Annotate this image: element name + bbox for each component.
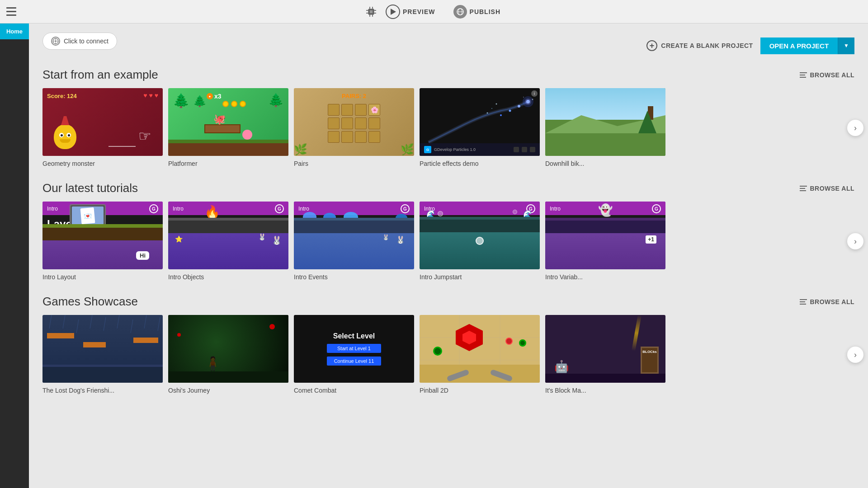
showcase-browse-all-button[interactable]: BROWSE ALL bbox=[800, 298, 854, 305]
card-intro-events[interactable]: Intro G Events 🐰 🐰 bbox=[294, 202, 414, 281]
plat-badge: ● x3 bbox=[207, 93, 222, 100]
card-thumb-oshi: 🧍 bbox=[168, 315, 288, 383]
card-label-particles: Particle effects demo bbox=[420, 160, 478, 167]
examples-section: Start from an example BROWSE ALL Score: … bbox=[42, 68, 854, 168]
card-geometry-monster[interactable]: Score: 124 ♥ ♥ ♥ bbox=[42, 88, 163, 168]
svg-line-31 bbox=[63, 315, 65, 328]
open-project-dropdown-button[interactable]: ▼ bbox=[838, 38, 854, 54]
objects-header: Intro G bbox=[168, 202, 288, 215]
showcase-browse-label: BROWSE ALL bbox=[810, 298, 854, 305]
card-platformer[interactable]: 🌲 🌲 🌲 ● x3 bbox=[168, 88, 288, 168]
plat-tree3: 🌲 bbox=[268, 93, 284, 108]
jumpstart-ground bbox=[420, 220, 540, 232]
preview-button[interactable]: PREVIEW bbox=[382, 3, 439, 21]
card-thumb-pinball bbox=[420, 315, 540, 383]
examples-browse-all-button[interactable]: BROWSE ALL bbox=[800, 71, 854, 79]
dog-ground bbox=[42, 367, 163, 383]
connect-label: Click to connect bbox=[64, 38, 108, 45]
card-intro-layout[interactable]: Intro G Layout 💌 bbox=[42, 202, 163, 281]
events-ground bbox=[294, 221, 414, 233]
pairs-grid: 🌸 bbox=[328, 104, 380, 143]
comet-btn2[interactable]: Continue Level 11 bbox=[327, 357, 381, 366]
svg-line-35 bbox=[117, 315, 119, 328]
top-actions: Click to connect + CREATE A BLANK PROJEC… bbox=[42, 33, 854, 59]
examples-header: Start from an example BROWSE ALL bbox=[42, 68, 854, 82]
card-intro-variables[interactable]: Intro G Variab... +1 👻 bbox=[545, 202, 665, 281]
card-lost-dog[interactable]: The Lost Dog's Frienshi... bbox=[42, 315, 163, 394]
objects-ground2 bbox=[168, 218, 288, 221]
svg-point-24 bbox=[491, 108, 492, 109]
geom-score: Score: 124 bbox=[47, 93, 77, 99]
pairs-score-label: PAIRS: 2 bbox=[342, 93, 366, 99]
card-label-pinball: Pinball 2D bbox=[420, 387, 448, 394]
card-label-blocks: It's Block Ma... bbox=[545, 387, 586, 394]
card-thumb-dog bbox=[42, 315, 163, 383]
geom-cursor: ☞ bbox=[138, 127, 151, 145]
svg-point-20 bbox=[518, 105, 520, 108]
tutorials-browse-all-button[interactable]: BROWSE ALL bbox=[800, 185, 854, 192]
tutorials-next-arrow[interactable]: › bbox=[847, 233, 863, 249]
variables-intro-label: Intro bbox=[550, 206, 561, 212]
play-triangle-icon bbox=[391, 9, 396, 15]
card-downhill[interactable]: Downhill bik... bbox=[545, 88, 665, 168]
sidebar-item-home[interactable]: Home bbox=[0, 23, 29, 39]
geom-monster bbox=[54, 124, 76, 149]
card-intro-jumpstart[interactable]: Intro G Jumpstart bbox=[420, 202, 540, 281]
plat-block bbox=[204, 124, 241, 133]
card-particles[interactable]: G GDevelop Particles 1.0 i Pa bbox=[420, 88, 540, 168]
layout-hi-bubble: Hi bbox=[136, 251, 149, 260]
card-comet[interactable]: Select Level Start at Level 1 Continue L… bbox=[294, 315, 414, 394]
obj-bunny2: 🐰 bbox=[258, 233, 266, 240]
publish-label: PUBLISH bbox=[470, 8, 500, 15]
create-blank-button[interactable]: + CREATE A BLANK PROJECT bbox=[646, 40, 753, 51]
card-blocks[interactable]: BLOCks 🤖 It's Block Ma... bbox=[545, 315, 665, 394]
card-label-events: Intro Events bbox=[294, 273, 328, 281]
open-project-button[interactable]: OPEN A PROJECT bbox=[760, 38, 838, 54]
card-pinball[interactable]: Pinball 2D bbox=[420, 315, 540, 394]
showcase-next-arrow[interactable]: › bbox=[847, 347, 863, 363]
comet-screen: Select Level Start at Level 1 Continue L… bbox=[294, 315, 414, 383]
card-oshi[interactable]: 🧍 Oshi's Journey bbox=[168, 315, 288, 394]
dh-tree bbox=[645, 106, 656, 133]
menu-icon[interactable] bbox=[5, 5, 19, 19]
comet-btn1[interactable]: Start at Level 1 bbox=[327, 344, 381, 353]
plat-coins bbox=[222, 101, 246, 107]
tutorials-title: Our latest tutorials bbox=[42, 181, 138, 195]
list-icon bbox=[800, 72, 807, 78]
showcase-title: Games Showcase bbox=[42, 295, 138, 309]
particles-ui-bar: G GDevelop Particles 1.0 bbox=[420, 143, 540, 156]
plat-ground-top bbox=[168, 140, 288, 143]
publish-button[interactable]: PUBLISH bbox=[450, 3, 504, 20]
objects-intro-label: Intro bbox=[173, 206, 184, 212]
jump-bubble1 bbox=[438, 211, 443, 216]
svg-line-36 bbox=[131, 319, 133, 333]
layout-grass bbox=[42, 224, 163, 228]
jump-ball bbox=[476, 237, 484, 245]
evt-bunny2: 🐰 bbox=[382, 234, 389, 240]
card-label-variables: Intro Variab... bbox=[545, 273, 583, 281]
layout-laptop: 💌 bbox=[70, 204, 106, 227]
dog-platform3 bbox=[133, 338, 158, 343]
tutorials-section: Our latest tutorials BROWSE ALL Intro G bbox=[42, 181, 854, 281]
blocks-char: 🤖 bbox=[554, 360, 569, 374]
card-thumb-events: Intro G Events 🐰 🐰 bbox=[294, 202, 414, 269]
play-circle-icon bbox=[386, 5, 400, 19]
publish-circle-icon bbox=[453, 5, 467, 19]
examples-next-arrow[interactable]: › bbox=[847, 120, 863, 136]
card-intro-objects[interactable]: Intro G Objects 🐰 🐰 🔥 ⭐ bbox=[168, 202, 288, 281]
svg-line-38 bbox=[158, 317, 160, 331]
variables-ground bbox=[545, 221, 665, 233]
svg-point-21 bbox=[509, 110, 511, 112]
actions-right: + CREATE A BLANK PROJECT OPEN A PROJECT … bbox=[646, 38, 854, 54]
pinball-bumper1 bbox=[433, 347, 442, 356]
pinball-ball bbox=[505, 338, 513, 345]
gdevelop-logo-variables: G bbox=[652, 204, 661, 213]
card-thumb-layout: Intro G Layout 💌 bbox=[42, 202, 163, 269]
examples-title: Start from an example bbox=[42, 68, 158, 82]
obj-bunny1: 🐰 bbox=[272, 235, 282, 245]
gdevelop-logo-layout: G bbox=[149, 204, 158, 213]
topbar-left bbox=[5, 5, 19, 19]
connect-button[interactable]: Click to connect bbox=[42, 33, 117, 50]
card-pairs[interactable]: PAIRS: 2 🌸 bbox=[294, 88, 414, 168]
card-thumb-comet: Select Level Start at Level 1 Continue L… bbox=[294, 315, 414, 383]
